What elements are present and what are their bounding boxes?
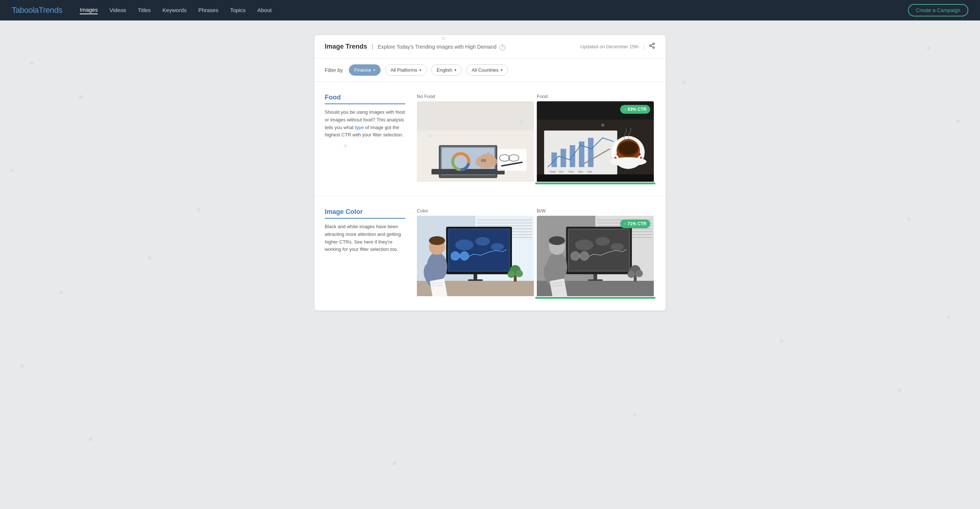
main-card: Image Trends | Explore Today's Trending … [315,35,665,310]
svg-rect-10 [431,169,504,174]
bw-ctr-badge: ↑ 71% CTR [620,220,650,228]
color-image-container[interactable] [417,216,534,297]
snowflake-decoration: ❄ [956,118,960,125]
nav-link-titles[interactable]: Titles [138,7,151,14]
snowflake-decoration: ❄ [779,338,784,345]
snowflake-decoration: ❄ [681,79,686,86]
svg-text:❄: ❄ [519,119,523,124]
separator: | [643,44,644,49]
nav-link-phrases[interactable]: Phrases [198,7,218,14]
filter-platforms-label: All Platforms [391,67,417,73]
snowflake-decoration: ❄ [59,289,64,296]
svg-rect-30 [561,149,566,167]
svg-rect-56 [477,225,532,226]
color-images-area: Color [415,208,655,299]
no-food-image-container[interactable]: ❄ ❄ [417,101,534,183]
create-campaign-button[interactable]: Create a Campaign [908,4,968,16]
svg-point-42 [619,142,638,155]
svg-point-98 [580,251,589,260]
color-label: Color [415,208,535,213]
snowflake-decoration: ❄ [20,363,24,369]
food-section-desc: Should you be using images with food or … [325,108,405,139]
nav-link-keywords[interactable]: Keywords [162,7,186,14]
bw-label: B/W [535,208,655,213]
svg-rect-55 [477,222,532,223]
svg-rect-99 [593,274,597,280]
food-image-container[interactable]: Sept Oct Nov Dec Jan [537,101,654,183]
svg-rect-15 [481,159,486,162]
bw-ctr-value: 71% CTR [627,221,646,226]
snowflake-decoration: ❄ [926,45,931,52]
svg-text:Sept: Sept [550,170,556,173]
svg-rect-32 [579,142,584,167]
nav-link-about[interactable]: About [258,7,272,14]
food-section-title: Food [325,94,405,104]
svg-point-80 [508,270,515,278]
card-title-area: Image Trends | Explore Today's Trending … [325,43,505,51]
svg-text:Oct: Oct [559,170,563,173]
brand-name-bold: Taboola [12,5,39,14]
info-icon[interactable]: ? [500,45,505,51]
svg-point-48 [610,157,646,166]
chevron-down-icon: ▾ [501,68,503,72]
svg-rect-31 [570,145,575,167]
svg-rect-54 [477,220,532,221]
navbar: TaboolaTrends Images Videos Titles Keywo… [0,0,980,21]
filter-countries-button[interactable]: All Countries ▾ [466,64,508,76]
card-header-right: Updated on December 15th | [580,43,655,51]
svg-point-14 [490,154,494,162]
svg-point-104 [549,236,565,245]
no-food-image: ❄ ❄ [417,101,534,182]
svg-rect-29 [551,153,557,167]
svg-point-74 [429,236,445,245]
share-icon[interactable] [649,43,655,51]
title-separator: | [372,43,373,50]
nav-link-topics[interactable]: Topics [230,7,246,14]
snowflake-decoration: ❄ [392,460,397,467]
svg-text:Jan: Jan [587,170,592,173]
svg-line-4 [651,44,653,45]
bw-column: B/W [535,208,655,299]
food-column: Food [535,94,655,184]
filter-language-label: English [437,67,452,73]
snowflake-decoration: ❄ [10,167,14,174]
food-ctr-badge: ↑ 93% CTR [620,105,650,114]
image-color-section-desc: Black and white images have been attract… [325,223,405,253]
filter-finance-button[interactable]: Finance ▾ [349,64,381,76]
snowflake-decoration: ❄ [29,60,34,67]
nav-links: Images Videos Titles Keywords Phrases To… [80,6,908,14]
no-food-column: No Food [415,94,535,184]
image-color-section: Image Color Black and white images have … [315,196,665,310]
food-section-info: Food Should you be using images with foo… [325,94,405,184]
bw-image-container[interactable]: ↑ 71% CTR [537,216,654,297]
snowflake-decoration: ❄ [147,255,152,262]
chevron-down-icon: ▾ [419,68,421,72]
snowflake-decoration: ❄ [78,94,83,100]
svg-rect-50 [537,174,654,182]
svg-point-81 [515,270,523,277]
card-header: Image Trends | Explore Today's Trending … [315,35,665,59]
nav-link-images[interactable]: Images [80,6,98,14]
svg-line-3 [651,46,653,47]
svg-rect-16 [497,149,527,171]
food-ctr-value: 93% CTR [627,107,646,112]
filter-countries-label: All Countries [472,67,499,73]
svg-rect-69 [474,274,477,280]
updated-date: Updated on December 15th [580,44,639,49]
filter-label: Filter by [325,67,343,73]
svg-point-67 [451,251,460,260]
food-section: Food Should you be using images with foo… [315,82,665,196]
snowflake-decoration: ❄ [632,411,637,418]
snowflake-decoration: ❄ [88,436,93,443]
snowflake-decoration: ❄ [196,206,201,213]
nav-link-videos[interactable]: Videos [109,7,126,14]
svg-point-111 [636,270,643,277]
svg-rect-33 [588,138,593,167]
color-column: Color [415,208,535,299]
snowflake-decoration: ❄ [907,216,911,223]
filter-platforms-button[interactable]: All Platforms ▾ [385,64,427,76]
svg-point-95 [595,237,610,246]
no-food-label: No Food [415,94,535,99]
food-desc-link[interactable]: type [355,125,364,130]
filter-language-button[interactable]: English ▾ [431,64,462,76]
